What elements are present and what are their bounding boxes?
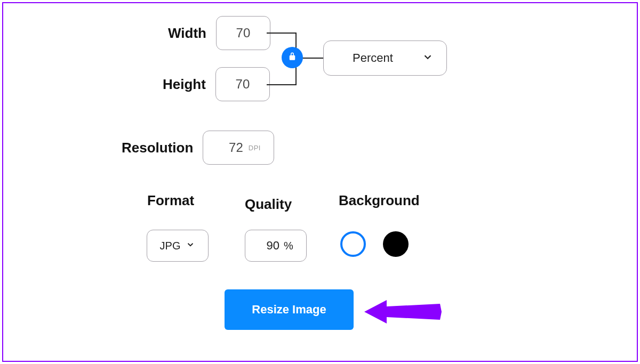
resolution-row: Resolution DPI [122,131,274,165]
width-input-box[interactable] [216,16,270,50]
chevron-down-icon [186,240,195,252]
height-label: Height [163,76,206,93]
background-option-white[interactable] [340,231,366,257]
unit-dropdown[interactable]: Percent [323,41,447,76]
format-dropdown[interactable]: JPG [147,230,209,262]
width-label: Width [168,25,206,42]
unit-selected-value: Percent [353,51,393,65]
percent-sign: % [284,240,293,252]
format-selected-value: JPG [160,240,181,252]
background-label: Background [339,192,420,209]
dpi-unit-label: DPI [249,144,261,152]
format-label: Format [147,192,194,209]
height-input[interactable] [227,77,259,92]
quality-input-box[interactable]: % [245,230,307,262]
height-row: Height [163,67,270,101]
chevron-down-icon [422,51,434,65]
width-row: Width [168,16,270,50]
annotation-arrow-icon [363,296,443,330]
quality-label: Quality [245,196,292,213]
resize-image-button[interactable]: Resize Image [225,289,354,330]
height-input-box[interactable] [215,67,270,101]
aspect-ratio-lock-button[interactable] [282,47,303,68]
background-option-black[interactable] [383,231,409,257]
lock-icon [287,52,297,63]
resolution-input-box[interactable]: DPI [203,131,274,165]
width-input[interactable] [227,26,259,41]
resolution-label: Resolution [122,140,193,156]
connector-line [267,33,296,34]
quality-input[interactable] [258,239,279,253]
resolution-input[interactable] [217,140,243,155]
connector-line [267,84,296,85]
